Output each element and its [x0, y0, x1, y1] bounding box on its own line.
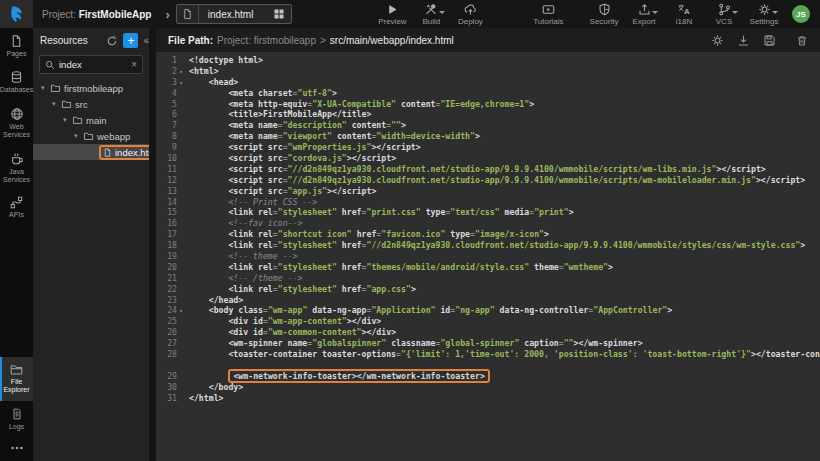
code-line[interactable]: 22 <link rel="stylesheet" href="app.css"…: [156, 284, 820, 295]
code-line[interactable]: 14 <!-- Print CSS -->: [156, 197, 820, 208]
tutorials-button[interactable]: Tutorials: [530, 2, 566, 26]
code-text: <!-- Print CSS -->: [185, 197, 317, 208]
search-input[interactable]: [59, 59, 127, 70]
code-editor: File Path: Project: firstmobileapp > src…: [156, 28, 820, 461]
code-line[interactable]: 30 </body>: [156, 382, 820, 393]
editor-settings-button[interactable]: [711, 34, 724, 47]
code-line[interactable]: 6 <title>FirstMobileApp</title>: [156, 109, 820, 120]
preview-button[interactable]: Preview: [374, 2, 410, 26]
code-line[interactable]: 13 <script src="app.js"></script>: [156, 186, 820, 197]
sidebar-item-java-services[interactable]: Java Services: [0, 146, 33, 191]
code-line[interactable]: 21 <!-- /theme -->: [156, 273, 820, 284]
api-icon: [10, 196, 23, 209]
code-line[interactable]: 16 <!--fav icon-->: [156, 218, 820, 229]
save-button[interactable]: [763, 34, 776, 47]
code-line[interactable]: 10 <script src="cordova.js"></script>: [156, 153, 820, 164]
code-text: <script src="wmProperties.js"></script>: [185, 142, 421, 153]
code-line[interactable]: 2▾<html>: [156, 66, 820, 77]
line-number: 5: [156, 99, 177, 110]
file-path-value: src/main/webapp/index.html: [330, 35, 454, 46]
tree-expand-caret-icon[interactable]: ▾: [52, 100, 61, 108]
code-line[interactable]: 5 <meta http-equiv="X-UA-Compatible" con…: [156, 99, 820, 110]
download-button[interactable]: [737, 34, 750, 47]
sidebar-item-pages[interactable]: Pages: [0, 28, 33, 64]
tree-row-src[interactable]: ▾src: [33, 96, 149, 112]
code-line[interactable]: 15 <link rel="stylesheet" href="print.cs…: [156, 207, 820, 218]
user-avatar[interactable]: JS: [792, 5, 810, 23]
project-name: FirstMobileApp: [79, 9, 152, 20]
tree-row-firstmobileapp[interactable]: ▾firstmobileapp: [33, 80, 149, 96]
app-window: Project: FirstMobileApp › index.html Pre…: [0, 0, 820, 461]
code-line[interactable]: 26 <div id="wm-common-content"></div>: [156, 327, 820, 338]
tree-expand-caret-icon[interactable]: ▾: [41, 84, 50, 92]
i18n-button[interactable]: Ai18N: [666, 2, 702, 26]
delete-button[interactable]: [796, 34, 808, 47]
tree-node-label: webapp: [97, 131, 130, 142]
code-line[interactable]: 29 <wm-network-info-toaster></wm-network…: [156, 371, 820, 382]
sidebar-item-logs[interactable]: Logs: [0, 401, 33, 437]
tree-row-webapp[interactable]: ▾webapp: [33, 128, 149, 144]
code-line[interactable]: 9 <script src="wmProperties.js"></script…: [156, 142, 820, 153]
tree-expand-caret-icon[interactable]: ▾: [74, 132, 83, 140]
code-line[interactable]: 23 </head>: [156, 295, 820, 306]
clear-search-icon[interactable]: ×: [131, 59, 137, 70]
code-line[interactable]: 12 <script src="//d2n849qz1ya930.cloudfr…: [156, 175, 820, 186]
settings-button[interactable]: Settings: [746, 2, 782, 26]
code-line[interactable]: 3▾ <head>: [156, 77, 820, 88]
line-number: 31: [156, 393, 177, 404]
code-line[interactable]: 17 <link rel="shortcut icon" href="favic…: [156, 229, 820, 240]
code-line[interactable]: 7 <meta name="description" content="">: [156, 120, 820, 131]
file-tab[interactable]: index.html: [176, 4, 293, 24]
fold-gutter: [177, 229, 185, 240]
code-text: <link rel="stylesheet" href="themes/mobi…: [185, 262, 613, 273]
add-resource-button[interactable]: +: [123, 33, 138, 48]
code-line[interactable]: 24▾ <body class="wm-app" data-ng-app="Ap…: [156, 305, 820, 316]
code-area[interactable]: 1<!doctype html>2▾<html>3▾ <head>4 <meta…: [156, 52, 820, 461]
build-button[interactable]: Build: [413, 2, 449, 26]
chevron-right-icon: ›: [165, 7, 169, 22]
code-line[interactable]: 4 <meta charset="utf-8">: [156, 88, 820, 99]
deploy-button[interactable]: Deploy: [452, 2, 488, 26]
sidebar-item-label: Web Services: [1, 123, 32, 140]
tree-row-index-html[interactable]: index.html: [33, 144, 149, 160]
code-line[interactable]: 1<!doctype html>: [156, 55, 820, 66]
code-line[interactable]: 8 <meta name="viewport" content="width=d…: [156, 131, 820, 142]
sidebar-item-databases[interactable]: Databases: [0, 64, 33, 100]
code-text: <script src="app.js"></script>: [185, 186, 376, 197]
tree-expand-caret-icon[interactable]: ▾: [63, 116, 72, 124]
fold-caret-icon[interactable]: ▾: [177, 305, 185, 316]
sidebar-item-file-explorer[interactable]: File Explorer: [0, 357, 33, 401]
line-number: 28: [156, 349, 177, 360]
vcs-icon: [718, 2, 731, 16]
collapse-panel-icon[interactable]: «: [143, 35, 149, 46]
code-line[interactable]: 31</html>: [156, 393, 820, 404]
code-line[interactable]: 27 <wm-spinner name="globalspinner" clas…: [156, 338, 820, 349]
line-number: 21: [156, 273, 177, 284]
fold-caret-icon[interactable]: ▾: [177, 66, 185, 77]
code-line[interactable]: 20 <link rel="stylesheet" href="themes/m…: [156, 262, 820, 273]
top-bar: Project: FirstMobileApp › index.html Pre…: [0, 0, 820, 28]
security-button[interactable]: Security: [586, 2, 622, 26]
fold-gutter: [177, 164, 185, 175]
code-line[interactable]: 11 <script src="//d2n849qz1ya930.cloudfr…: [156, 164, 820, 175]
resources-header: Resources + «: [33, 28, 149, 53]
code-line[interactable]: 19 <!-- theme -->: [156, 251, 820, 262]
more-options-button[interactable]: [0, 437, 33, 461]
sidebar-item-apis[interactable]: APIs: [0, 190, 33, 225]
fold-caret-icon[interactable]: ▾: [177, 77, 185, 88]
security-icon: [598, 2, 611, 16]
sidebar-item-web-services[interactable]: Web Services: [0, 101, 33, 146]
code-line[interactable]: 18 <link rel="stylesheet" href="//d2n849…: [156, 240, 820, 251]
i18n-label: i18N: [676, 17, 692, 26]
highlight-box: <wm-network-info-toaster></wm-network-in…: [228, 369, 489, 383]
code-line[interactable]: 25 <div id="wm-app-content"></div>: [156, 316, 820, 327]
tree-row-main[interactable]: ▾main: [33, 112, 149, 128]
code-line[interactable]: 28 <toaster-container toaster-options="{…: [156, 349, 820, 360]
code-text: <meta name="viewport" content="width=dev…: [185, 131, 480, 142]
vcs-button[interactable]: VCS: [706, 2, 742, 26]
app-logo[interactable]: [0, 0, 33, 28]
export-button[interactable]: Export: [626, 2, 662, 26]
refresh-button[interactable]: [106, 35, 118, 47]
code-text: [185, 360, 189, 371]
grid-icon[interactable]: [267, 8, 291, 20]
